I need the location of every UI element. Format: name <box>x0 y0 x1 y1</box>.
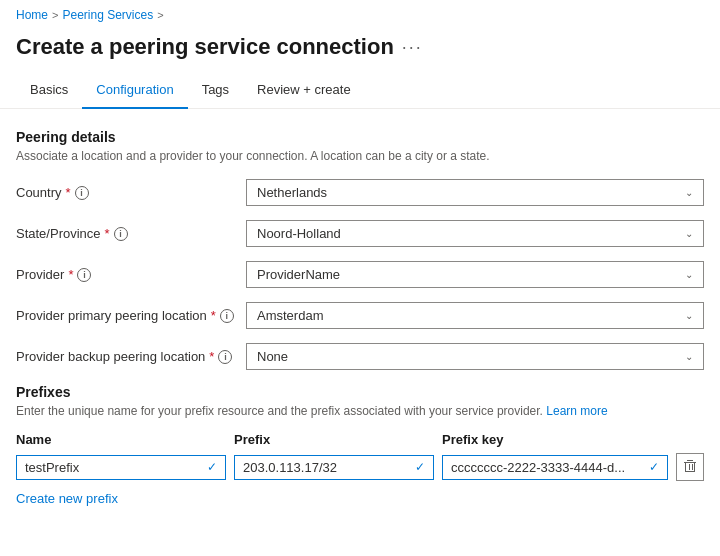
svg-rect-4 <box>685 471 695 472</box>
prefix-check-icon: ✓ <box>415 460 425 474</box>
tab-configuration[interactable]: Configuration <box>82 72 187 109</box>
prefix-key-check-icon: ✓ <box>649 460 659 474</box>
provider-backup-row: Provider backup peering location * i Non… <box>16 343 704 370</box>
main-content: Peering details Associate a location and… <box>0 109 720 526</box>
state-value: Noord-Holland <box>257 226 341 241</box>
country-info-icon[interactable]: i <box>75 186 89 200</box>
tab-tags[interactable]: Tags <box>188 72 243 109</box>
delete-row-button[interactable] <box>676 453 704 481</box>
peering-details-title: Peering details <box>16 129 704 145</box>
provider-dropdown[interactable]: ProviderName ⌄ <box>246 261 704 288</box>
prefixes-title: Prefixes <box>16 384 704 400</box>
svg-rect-1 <box>687 460 693 461</box>
provider-primary-label: Provider primary peering location * i <box>16 308 246 323</box>
page-title: Create a peering service connection <box>16 34 394 60</box>
svg-rect-6 <box>692 464 693 470</box>
more-options-button[interactable]: ··· <box>402 37 423 58</box>
state-dropdown[interactable]: Noord-Holland ⌄ <box>246 220 704 247</box>
breadcrumb-sep1: > <box>52 9 58 21</box>
name-value: testPrefix <box>25 460 79 475</box>
provider-primary-dropdown[interactable]: Amsterdam ⌄ <box>246 302 704 329</box>
state-required: * <box>105 226 110 241</box>
state-chevron-icon: ⌄ <box>685 228 693 239</box>
breadcrumb: Home > Peering Services > <box>0 0 720 30</box>
tab-basics[interactable]: Basics <box>16 72 82 109</box>
col-name-header: Name <box>16 432 226 447</box>
provider-primary-chevron-icon: ⌄ <box>685 310 693 321</box>
provider-info-icon[interactable]: i <box>77 268 91 282</box>
page-header: Create a peering service connection ··· <box>0 30 720 72</box>
prefix-input[interactable]: 203.0.113.17/32 ✓ <box>234 455 434 480</box>
svg-rect-3 <box>694 463 695 472</box>
delete-icon <box>683 459 697 476</box>
col-prefix-header: Prefix <box>234 432 434 447</box>
provider-backup-label: Provider backup peering location * i <box>16 349 246 364</box>
provider-primary-row: Provider primary peering location * i Am… <box>16 302 704 329</box>
provider-row: Provider * i ProviderName ⌄ <box>16 261 704 288</box>
svg-rect-5 <box>689 464 690 470</box>
country-row: Country * i Netherlands ⌄ <box>16 179 704 206</box>
provider-label: Provider * i <box>16 267 246 282</box>
country-label: Country * i <box>16 185 246 200</box>
country-required: * <box>66 185 71 200</box>
provider-backup-dropdown-wrapper: None ⌄ <box>246 343 704 370</box>
provider-primary-value: Amsterdam <box>257 308 323 323</box>
breadcrumb-home[interactable]: Home <box>16 8 48 22</box>
provider-chevron-icon: ⌄ <box>685 269 693 280</box>
state-info-icon[interactable]: i <box>114 227 128 241</box>
country-dropdown[interactable]: Netherlands ⌄ <box>246 179 704 206</box>
provider-value: ProviderName <box>257 267 340 282</box>
prefix-key-input[interactable]: cccccccc-2222-3333-4444-d... ✓ <box>442 455 668 480</box>
breadcrumb-peering[interactable]: Peering Services <box>62 8 153 22</box>
provider-backup-value: None <box>257 349 288 364</box>
country-chevron-icon: ⌄ <box>685 187 693 198</box>
peering-details-desc: Associate a location and a provider to y… <box>16 149 704 163</box>
name-check-icon: ✓ <box>207 460 217 474</box>
state-dropdown-wrapper: Noord-Holland ⌄ <box>246 220 704 247</box>
tabs-container: Basics Configuration Tags Review + creat… <box>0 72 720 109</box>
state-label: State/Province * i <box>16 226 246 241</box>
country-value: Netherlands <box>257 185 327 200</box>
prefixes-desc: Enter the unique name for your prefix re… <box>16 404 704 418</box>
prefix-key-value: cccccccc-2222-3333-4444-d... <box>451 460 625 475</box>
provider-required: * <box>68 267 73 282</box>
name-input[interactable]: testPrefix ✓ <box>16 455 226 480</box>
create-new-prefix-link[interactable]: Create new prefix <box>16 491 118 506</box>
country-dropdown-wrapper: Netherlands ⌄ <box>246 179 704 206</box>
state-row: State/Province * i Noord-Holland ⌄ <box>16 220 704 247</box>
prefixes-section: Prefixes Enter the unique name for your … <box>16 384 704 506</box>
provider-backup-dropdown[interactable]: None ⌄ <box>246 343 704 370</box>
provider-dropdown-wrapper: ProviderName ⌄ <box>246 261 704 288</box>
provider-backup-required: * <box>209 349 214 364</box>
provider-primary-dropdown-wrapper: Amsterdam ⌄ <box>246 302 704 329</box>
tab-review-create[interactable]: Review + create <box>243 72 365 109</box>
svg-rect-2 <box>685 463 686 472</box>
provider-primary-required: * <box>211 308 216 323</box>
prefix-value: 203.0.113.17/32 <box>243 460 337 475</box>
prefixes-table-header: Name Prefix Prefix key <box>16 432 704 447</box>
table-row: testPrefix ✓ 203.0.113.17/32 ✓ cccccccc-… <box>16 453 704 481</box>
breadcrumb-sep2: > <box>157 9 163 21</box>
provider-primary-info-icon[interactable]: i <box>220 309 234 323</box>
provider-backup-chevron-icon: ⌄ <box>685 351 693 362</box>
col-prefixkey-header: Prefix key <box>442 432 704 447</box>
learn-more-link[interactable]: Learn more <box>546 404 607 418</box>
svg-rect-0 <box>684 462 696 463</box>
provider-backup-info-icon[interactable]: i <box>218 350 232 364</box>
